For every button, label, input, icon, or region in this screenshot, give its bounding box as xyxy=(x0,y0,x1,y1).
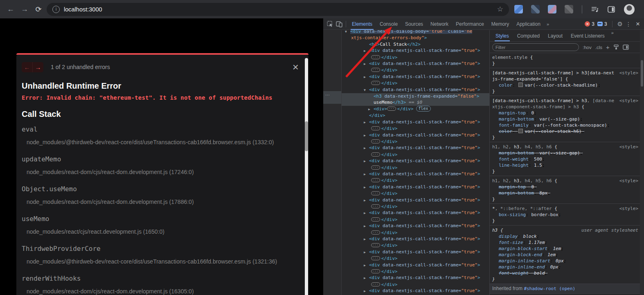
next-error-button[interactable]: → xyxy=(32,62,43,72)
new-style-rule-icon[interactable]: + xyxy=(606,45,610,49)
tab-performance[interactable]: Performance xyxy=(452,18,488,30)
expand-arrow-icon[interactable]: ▶ xyxy=(364,171,369,177)
dom-tree-node[interactable]: ▶<div data-nextjs-call-stack-frame="true… xyxy=(342,74,489,80)
devtools-settings-icon[interactable]: ⚙ xyxy=(617,20,623,28)
extension-icon-1[interactable] xyxy=(514,5,523,13)
rule-selector[interactable]: h1, h2, h3, h4, h5, h6 { xyxy=(492,144,615,150)
expand-arrow-icon[interactable]: ▶ xyxy=(364,288,369,294)
inspect-element-icon[interactable] xyxy=(326,20,335,28)
dom-tree-node[interactable]: ▶<div data-nextjs-call-stack-frame="true… xyxy=(342,288,489,294)
profile-avatar[interactable] xyxy=(624,4,635,15)
dom-tree-node[interactable]: ▼<div data-nextjs-dialog-body="true" cla… xyxy=(342,30,489,35)
css-property[interactable]: color: var(--color-stack-h6); xyxy=(492,128,637,134)
css-property[interactable]: font-weight: bold; xyxy=(492,270,637,276)
ellipsis-icon[interactable]: ··· xyxy=(371,230,380,235)
side-panel-icon[interactable] xyxy=(608,6,615,13)
css-property[interactable]: margin-bottom: 8px; xyxy=(492,190,637,196)
dialog-scrollbar[interactable] xyxy=(305,58,308,295)
expand-arrow-icon[interactable]: ▶ xyxy=(364,61,369,67)
address-bar[interactable]: i localhost:3000 ☆ xyxy=(47,3,509,16)
tab-application[interactable]: Application xyxy=(513,18,544,30)
css-property[interactable]: box-sizing: border-box; xyxy=(492,212,637,218)
dom-tree-node[interactable]: ▶<div data-nextjs-call-stack-frame="true… xyxy=(342,47,489,54)
style-rule[interactable]: <style>h1, h2, h3, h4, h5, h6 {margin-to… xyxy=(490,176,640,204)
expand-arrow-icon[interactable]: ▶ xyxy=(364,184,369,190)
more-styles-tabs-icon[interactable]: » xyxy=(609,30,616,41)
dom-tree-node[interactable]: <h2>Call Stack</h2> xyxy=(342,41,489,47)
media-playlist-icon[interactable] xyxy=(591,6,599,13)
ellipsis-icon[interactable]: ··· xyxy=(371,68,380,72)
frame-name[interactable]: useMemo xyxy=(22,215,291,223)
ellipsis-icon[interactable]: ··· xyxy=(371,204,380,208)
close-dialog-icon[interactable]: × xyxy=(293,63,299,71)
rule-selector[interactable]: element.style { xyxy=(492,54,615,60)
rule-origin-link[interactable]: <style> xyxy=(619,206,638,212)
dom-tree-node[interactable]: </div> xyxy=(342,112,489,118)
styles-tab-layout[interactable]: Layout xyxy=(544,30,567,41)
dom-tree-node[interactable]: xtjs-container-errors-body"> xyxy=(342,35,489,41)
expand-arrow-icon[interactable]: ▶ xyxy=(364,74,369,80)
styles-tab-styles[interactable]: Styles xyxy=(491,30,513,41)
dom-tree-node[interactable]: ···</div> xyxy=(342,165,489,171)
dom-tree-node[interactable]: ···</div> xyxy=(342,242,489,248)
flex-badge[interactable]: flex xyxy=(416,106,431,112)
css-property[interactable]: line-height: 1.5; xyxy=(492,162,637,168)
styles-scrollbar[interactable] xyxy=(640,30,644,295)
dom-tree-node[interactable]: ▶<div data-nextjs-call-stack-frame="true… xyxy=(342,158,489,164)
device-toolbar-icon[interactable] xyxy=(335,20,344,28)
ellipsis-icon[interactable]: ··· xyxy=(371,139,380,143)
dom-tree-node[interactable]: ···</div> xyxy=(342,255,489,261)
css-property[interactable]: font-size: 1.17em; xyxy=(492,239,637,246)
css-property[interactable]: margin-inline-start: 0px; xyxy=(492,258,637,264)
style-rule[interactable]: <style>[data-nextjs-call-stack-frame] > … xyxy=(490,68,640,96)
dom-tree-node[interactable]: ▶<div data-nextjs-call-stack-frame="true… xyxy=(342,262,489,268)
css-property[interactable]: margin-block-start: 1em; xyxy=(492,246,637,252)
css-property[interactable]: margin-inline-end: 0px; xyxy=(492,264,637,270)
expand-arrow-icon[interactable]: ▶ xyxy=(364,48,369,54)
tab-network[interactable]: Network xyxy=(427,18,452,30)
style-rule[interactable]: element.style {} xyxy=(490,53,640,68)
dom-tree-node[interactable]: ▶<div>···</div>flex xyxy=(342,106,489,112)
dom-tree-node[interactable]: ▶<div data-nextjs-call-stack-frame="true… xyxy=(342,60,489,67)
css-property[interactable]: margin-top: 0; xyxy=(492,110,637,116)
shadow-root-link[interactable]: #shadow-root (open) xyxy=(524,286,575,291)
dom-tree-node[interactable]: ···</div> xyxy=(342,230,489,236)
ellipsis-icon[interactable]: ··· xyxy=(371,152,380,156)
rule-selector[interactable]: h1, h2, h3, h4, h5, h6 { xyxy=(492,178,615,184)
style-rule[interactable]: <style>*, *::before, *::after {box-sizin… xyxy=(490,204,640,226)
ellipsis-icon[interactable]: ··· xyxy=(371,243,380,247)
style-rule[interactable]: <style>[data-nextjs-call-stack-frame] > … xyxy=(490,96,640,142)
expand-arrow-icon[interactable]: ▶ xyxy=(364,236,369,242)
rule-selector[interactable]: *, *::before, *::after { xyxy=(492,206,615,212)
rule-origin-link[interactable]: <style> xyxy=(619,70,638,76)
style-rule[interactable]: user agent stylesheeth3 {display: block;… xyxy=(490,226,640,284)
more-panels-icon[interactable]: » xyxy=(544,22,551,27)
tab-sources[interactable]: Sources xyxy=(401,18,427,30)
color-swatch[interactable] xyxy=(518,129,523,133)
ellipsis-icon[interactable]: ··· xyxy=(371,81,380,85)
site-info-icon[interactable]: i xyxy=(52,6,60,13)
css-property[interactable]: margin-block-end: 1em; xyxy=(492,252,637,258)
gutter-more-icon[interactable]: ⋯ xyxy=(325,92,330,98)
dom-tree-node[interactable]: ···</div> xyxy=(342,190,489,197)
css-property[interactable]: color: var(--color-stack-headline); xyxy=(492,82,637,88)
dom-tree-node[interactable]: ···</div> xyxy=(342,282,489,288)
color-swatch[interactable] xyxy=(518,83,523,87)
issues-badge[interactable]: 3 xyxy=(597,21,607,27)
console-errors-badge[interactable]: ✕ 3 xyxy=(585,21,594,27)
url-text[interactable]: localhost:3000 xyxy=(64,6,493,13)
devtools-close-icon[interactable]: × xyxy=(636,20,640,28)
dialog-scrollbar-thumb[interactable] xyxy=(305,121,308,151)
expand-arrow-icon[interactable]: ▶ xyxy=(364,262,369,268)
expand-arrow-icon[interactable]: ▶ xyxy=(364,119,369,125)
dom-tree-node[interactable]: ▶<div data-nextjs-call-stack-frame="true… xyxy=(342,197,489,203)
expand-arrow-icon[interactable]: ▶ xyxy=(364,249,369,255)
dom-tree-node[interactable]: ▶<div data-nextjs-call-stack-frame="true… xyxy=(342,132,489,139)
ellipsis-icon[interactable]: ··· xyxy=(371,178,380,182)
dom-tree-node[interactable]: ▶<div data-nextjs-call-stack-frame="true… xyxy=(342,236,489,242)
frame-name[interactable]: ThirdwebProviderCore xyxy=(22,245,291,253)
dom-tree-node[interactable]: ···</div> xyxy=(342,217,489,223)
style-rule[interactable]: <style>h1, h2, h3, h4, h5, h6 {margin-bo… xyxy=(490,142,640,176)
dom-tree-node[interactable]: ···</div> xyxy=(342,125,489,132)
expand-arrow-icon[interactable]: ▶ xyxy=(364,197,369,203)
